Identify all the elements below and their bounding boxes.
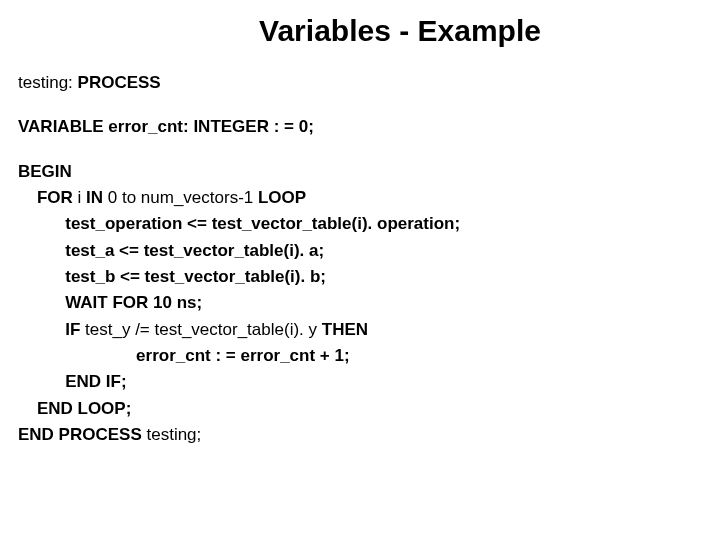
code-line-3: BEGIN [18,159,702,185]
code-line-6: test_a <= test_vector_table(i). a; [18,238,702,264]
code-line-9: IF test_y /= test_vector_table(i). y THE… [18,317,702,343]
code-text: testing; [146,425,201,444]
code-line-12: END LOOP; [18,396,702,422]
code-line-7: test_b <= test_vector_table(i). b; [18,264,702,290]
code-line-8: WAIT FOR 10 ns; [18,290,702,316]
code-line-13: END PROCESS testing; [18,422,702,448]
code-line-2: VARIABLE error_cnt: INTEGER : = 0; [18,114,702,140]
code-keyword: THEN [322,320,368,339]
code-line-4: FOR i IN 0 to num_vectors-1 LOOP [18,185,702,211]
slide-title: Variables - Example [18,14,702,48]
code-keyword: END PROCESS [18,425,146,444]
code-keyword: LOOP [258,188,306,207]
code-line-11: END IF; [18,369,702,395]
slide-content: Variables - Example testing: PROCESS VAR… [0,0,720,458]
code-keyword: IF [18,320,85,339]
code-line-5: test_operation <= test_vector_table(i). … [18,211,702,237]
code-keyword: PROCESS [78,73,161,92]
code-text: i [78,188,87,207]
code-text: 0 to num_vectors-1 [108,188,258,207]
code-text: testing: [18,73,78,92]
code-keyword: IN [86,188,108,207]
code-keyword: FOR [18,188,78,207]
code-line-10: error_cnt : = error_cnt + 1; [18,343,702,369]
code-line-1: testing: PROCESS [18,70,702,96]
code-text: test_y /= test_vector_table(i). y [85,320,322,339]
